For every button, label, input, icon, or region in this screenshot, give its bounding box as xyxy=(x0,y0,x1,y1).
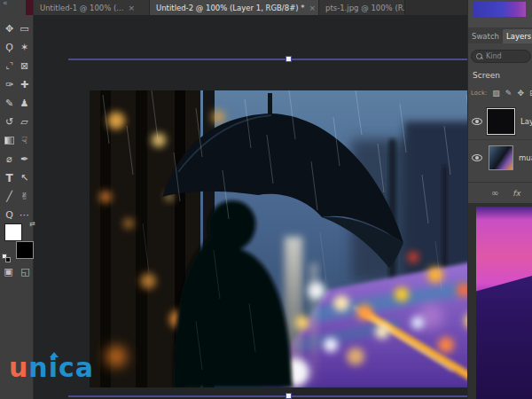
tab-swatches[interactable]: Swatch xyxy=(468,29,503,43)
eraser-tool-icon: ▱ xyxy=(20,117,27,127)
magic-wand-tool[interactable]: ✶ xyxy=(17,38,32,57)
hand-tool[interactable]: ✌ xyxy=(17,187,32,206)
smudge-tool-icon: ☟ xyxy=(21,136,27,145)
visibility-eye-icon[interactable] xyxy=(472,154,482,161)
lock-paint-icon[interactable]: ✎ xyxy=(505,89,512,98)
transform-top-edge[interactable] xyxy=(68,59,501,60)
tools-grid: ✥ ▭ Ϙ ✶ ⌞⌝ ⊠ ✑ ✚ ✎ ♟ ↺ ▱ ▧ ☟ ⌀ ✒ T ↖ ╱ ✌… xyxy=(2,20,32,224)
layer-filter-field[interactable]: Kind xyxy=(471,50,531,63)
watermark-letter-u: u xyxy=(9,352,28,383)
rectangular-marquee-tool[interactable]: ▭ xyxy=(17,20,32,38)
crop-tool-icon: ⌞⌝ xyxy=(5,62,12,70)
eyedropper-tool-icon: ✑ xyxy=(5,80,13,90)
brush-tool-icon: ✎ xyxy=(5,98,13,108)
lasso-tool[interactable]: Ϙ xyxy=(2,38,17,57)
document-tab-bar: Untitled-1 @ 100% (... × Untitled-2 @ 10… xyxy=(34,0,532,15)
dodge-tool[interactable]: ⌀ xyxy=(2,150,17,168)
history-brush-tool-icon: ↺ xyxy=(5,117,13,127)
gradient-tool-icon: ▧ xyxy=(4,137,14,145)
partial-image-top-right xyxy=(473,2,526,17)
layer-name[interactable]: mua xyxy=(519,153,532,162)
decoration-strip xyxy=(26,0,33,15)
lock-transparency-icon[interactable]: ▨ xyxy=(492,89,500,98)
photo-layer[interactable] xyxy=(90,90,488,387)
type-tool-icon: T xyxy=(5,173,12,184)
layer-row-mua[interactable]: mua xyxy=(468,139,532,175)
visibility-eye-icon[interactable] xyxy=(472,118,482,125)
photoshop-window: « ✥ ▭ Ϙ ✶ ⌞⌝ ⊠ ✑ ✚ ✎ ♟ ↺ ▱ ▧ ☟ ⌀ ✒ T ↖ ╱… xyxy=(0,0,532,399)
transform-handle-top[interactable] xyxy=(286,56,292,62)
spot-healing-brush-tool[interactable]: ✚ xyxy=(17,75,32,94)
zoom-tool-icon: Q xyxy=(5,210,13,220)
partial-image-bottom-right xyxy=(476,207,532,399)
toolbar-bottom-icons: ▣ ◱ xyxy=(0,266,34,278)
transform-bottom-edge[interactable] xyxy=(68,395,501,397)
line-tool-icon: ╱ xyxy=(6,192,12,201)
healing-brush-tool-icon: ✚ xyxy=(20,80,28,90)
watermark-rest: nica xyxy=(28,352,94,383)
eraser-tool[interactable]: ▱ xyxy=(17,113,32,131)
clone-stamp-tool[interactable]: ♟ xyxy=(17,94,32,113)
filter-placeholder: Kind xyxy=(486,52,502,60)
marquee-tool-icon: ▭ xyxy=(20,24,28,34)
tab-untitled-1[interactable]: Untitled-1 @ 100% (... × xyxy=(34,0,150,15)
layer-thumbnail[interactable] xyxy=(489,145,513,170)
transform-handle-bottom[interactable] xyxy=(286,393,292,399)
move-tool[interactable]: ✥ xyxy=(2,20,17,38)
screen-mode-icon[interactable]: ◱ xyxy=(20,266,29,278)
search-icon xyxy=(476,53,482,59)
frame-tool[interactable]: ⊠ xyxy=(17,57,32,75)
lasso-tool-icon: Ϙ xyxy=(5,43,13,52)
hand-tool-icon: ✌ xyxy=(20,192,28,201)
close-tab-icon[interactable]: × xyxy=(128,4,135,12)
tab-untitled-2[interactable]: Untitled-2 @ 100% (Layer 1, RGB/8#) * × xyxy=(150,0,319,15)
move-tool-icon: ✥ xyxy=(5,24,13,34)
link-layers-icon[interactable]: ∞ xyxy=(491,188,498,198)
layer-thumbnail[interactable] xyxy=(487,108,515,135)
frame-tool-icon: ⊠ xyxy=(20,61,28,71)
tab-title: pts-1.jpg @ 100% (R... xyxy=(325,4,405,12)
line-tool[interactable]: ╱ xyxy=(2,187,17,206)
path-selection-tool-icon: ↖ xyxy=(20,173,28,183)
unica-watermark: unica xyxy=(9,355,94,381)
history-brush-tool[interactable]: ↺ xyxy=(2,113,17,131)
layer-style-fx-icon[interactable]: fx xyxy=(512,189,520,198)
caret-icon xyxy=(50,352,59,357)
background-color-swatch[interactable] xyxy=(16,241,34,259)
clone-stamp-tool-icon: ♟ xyxy=(20,98,29,108)
dodge-tool-icon: ⌀ xyxy=(6,154,12,164)
lock-position-icon[interactable]: ✥ xyxy=(517,89,524,98)
tab-title: Untitled-1 @ 100% (... xyxy=(40,4,123,12)
quick-mask-icon[interactable]: ▣ xyxy=(4,266,12,278)
collapse-tools-icon[interactable]: « xyxy=(3,0,8,7)
color-swatches: ⇄ xyxy=(4,223,34,262)
canvas-area[interactable] xyxy=(34,15,467,399)
tab-title: Untitled-2 @ 100% (Layer 1, RGB/8#) * xyxy=(156,4,305,12)
mountain-silhouette xyxy=(476,207,532,399)
layer-row-layer-1[interactable]: Layer 1 xyxy=(468,104,532,139)
lock-label: Lock: xyxy=(471,90,487,97)
eyedropper-tool[interactable]: ✑ xyxy=(2,75,17,94)
swap-colors-icon[interactable]: ⇄ xyxy=(29,220,35,228)
ellipsis-icon: ⋯ xyxy=(20,210,29,220)
zoom-tool[interactable]: Q xyxy=(2,206,17,224)
gradient-tool[interactable]: ▧ xyxy=(2,131,17,150)
foreground-color-swatch[interactable] xyxy=(4,223,22,241)
brush-tool[interactable]: ✎ xyxy=(2,94,17,113)
pen-tool-icon: ✒ xyxy=(20,154,28,164)
blend-mode-dropdown[interactable]: Screen xyxy=(473,71,500,80)
layer-name[interactable]: Layer 1 xyxy=(520,117,532,126)
type-tool[interactable]: T xyxy=(2,168,17,187)
pen-tool[interactable]: ✒ xyxy=(17,150,32,168)
default-colors-icon[interactable] xyxy=(2,254,11,262)
tools-panel: « ✥ ▭ Ϙ ✶ ⌞⌝ ⊠ ✑ ✚ ✎ ♟ ↺ ▱ ▧ ☟ ⌀ ✒ T ↖ ╱… xyxy=(0,0,34,399)
smudge-tool[interactable]: ☟ xyxy=(17,131,32,150)
layers-panel-footer: ∞ fx xyxy=(468,182,532,203)
crop-tool[interactable]: ⌞⌝ xyxy=(2,57,17,75)
panel-tabs: Swatch Layers xyxy=(468,27,532,43)
tab-pts-1[interactable]: pts-1.jpg @ 100% (R... × xyxy=(319,0,405,15)
close-tab-icon[interactable]: × xyxy=(309,4,317,12)
path-selection-tool[interactable]: ↖ xyxy=(17,168,32,187)
magic-wand-tool-icon: ✶ xyxy=(20,43,28,52)
tab-layers[interactable]: Layers xyxy=(503,29,532,43)
